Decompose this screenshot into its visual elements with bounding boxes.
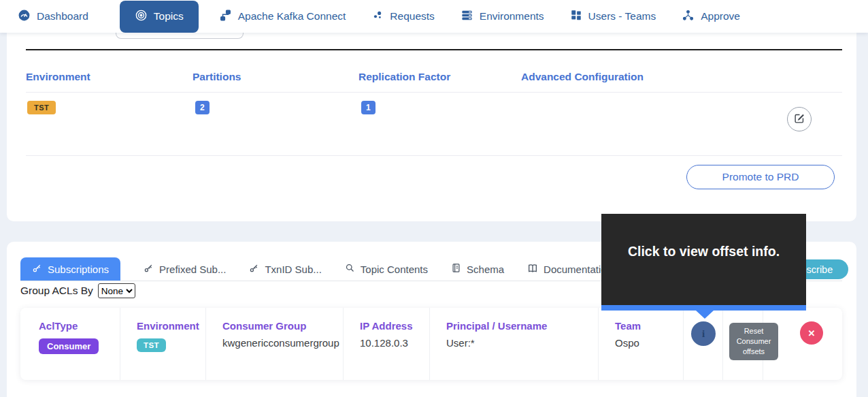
nav-item-users-teams[interactable]: Users - Teams [567, 0, 659, 33]
tab-prefixed-subscriptions[interactable]: Prefixed Sub... [144, 257, 226, 281]
open-book-icon [527, 263, 538, 276]
group-acls-control: Group ACLs By None [20, 283, 135, 298]
nav-item-requests[interactable]: Requests [369, 0, 437, 33]
column-header-environment: Environment [26, 71, 193, 83]
section-divider [26, 49, 842, 50]
edit-topic-button[interactable] [787, 107, 812, 131]
ip-address-value: 10.128.0.3 [360, 337, 429, 349]
group-acls-label: Group ACLs By [20, 285, 93, 297]
column-header-partitions: Partitions [193, 71, 358, 83]
promote-to-prd-button[interactable]: Promote to PRD [686, 165, 835, 189]
reset-offsets-tooltip: Reset Consumer offsets [729, 323, 778, 360]
acl-cell-team: Team Ospo [599, 308, 684, 380]
key-icon [144, 263, 154, 275]
topic-detail-tabs: Subscriptions Prefixed Sub... TxnID Sub.… [20, 257, 612, 281]
group-acls-select[interactable]: None [98, 283, 135, 298]
dots-icon [371, 9, 384, 24]
nav-item-dashboard[interactable]: Dashboard [15, 0, 91, 33]
key-icon [32, 263, 42, 275]
delete-subscription-button[interactable]: ✕ [800, 321, 823, 345]
column-header-replication-factor: Replication Factor [358, 71, 521, 83]
principal-value: User:* [446, 337, 598, 349]
partitions-badge: 2 [195, 101, 210, 114]
tab-schema[interactable]: Schema [451, 257, 504, 281]
environment-badge: TST [27, 101, 56, 114]
gauge-icon [18, 9, 31, 25]
header-underline [26, 92, 842, 93]
connect-icon [219, 9, 232, 25]
close-icon: ✕ [808, 328, 816, 338]
column-header-advanced-configuration: Advanced Configuration [521, 71, 842, 83]
tooltip-caret [696, 311, 714, 319]
page: Environment Partitions Replication Facto… [0, 0, 868, 397]
tab-subscriptions[interactable]: Subscriptions [20, 257, 120, 281]
edit-icon [794, 112, 805, 127]
column-header-consumer-group: Consumer Group [222, 320, 343, 332]
tab-txnid-subscriptions[interactable]: TxnID Sub... [249, 257, 321, 281]
topic-overview-card: Environment Partitions Replication Facto… [7, 33, 856, 221]
column-header-acl-environment: Environment [137, 320, 205, 332]
partial-dropdown[interactable] [116, 33, 244, 39]
tab-documentation[interactable]: Documentation [527, 257, 612, 281]
share-network-icon [682, 9, 695, 25]
acl-cell-environment: Environment TST [120, 308, 206, 380]
nav-item-topics[interactable]: Topics [120, 1, 199, 33]
acl-cell-acltype: AclType Consumer [20, 308, 120, 380]
nav-item-environments[interactable]: Environments [458, 0, 547, 33]
acltype-badge: Consumer [39, 338, 99, 354]
document-icon [451, 263, 461, 275]
column-header-acltype: AclType [39, 320, 120, 332]
tooltip-accent-bar [601, 305, 806, 311]
bullseye-icon [135, 9, 148, 25]
team-value: Ospo [615, 337, 683, 349]
acl-cell-ip-address: IP Address 10.128.0.3 [344, 308, 430, 380]
topic-table-row: TST 2 1 [26, 101, 842, 114]
grid-icon [570, 9, 582, 24]
nav-item-approve[interactable]: Approve [679, 0, 743, 33]
key-icon [249, 263, 259, 275]
acl-cell-principal: Principal / Username User:* [430, 308, 599, 380]
info-icon: i [702, 328, 705, 340]
replication-factor-badge: 1 [361, 101, 375, 114]
search-icon [345, 263, 355, 275]
consumer-group-value: kwgenericconsumergroup [222, 337, 343, 349]
view-offset-info-button[interactable]: i [691, 321, 716, 346]
offset-info-tooltip-text: Click to view offset info. [601, 214, 806, 305]
topic-table-header-row: Environment Partitions Replication Facto… [26, 71, 842, 83]
column-header-team: Team [615, 320, 683, 332]
acl-table-row: AclType Consumer Environment TST Consume… [20, 308, 842, 380]
acl-environment-badge: TST [137, 338, 166, 352]
servers-icon [461, 9, 473, 25]
tab-topic-contents[interactable]: Topic Contents [345, 257, 428, 281]
top-navbar: Dashboard Topics Apache Kafka Connect [0, 0, 868, 33]
column-header-principal: Principal / Username [446, 320, 598, 332]
footer-divider [26, 155, 842, 156]
column-header-ip-address: IP Address [360, 320, 429, 332]
nav-item-apache-kafka-connect[interactable]: Apache Kafka Connect [216, 0, 349, 33]
offset-info-tooltip: Click to view offset info. [601, 214, 806, 311]
acl-cell-consumer-group: Consumer Group kwgenericconsumergroup [206, 308, 344, 380]
